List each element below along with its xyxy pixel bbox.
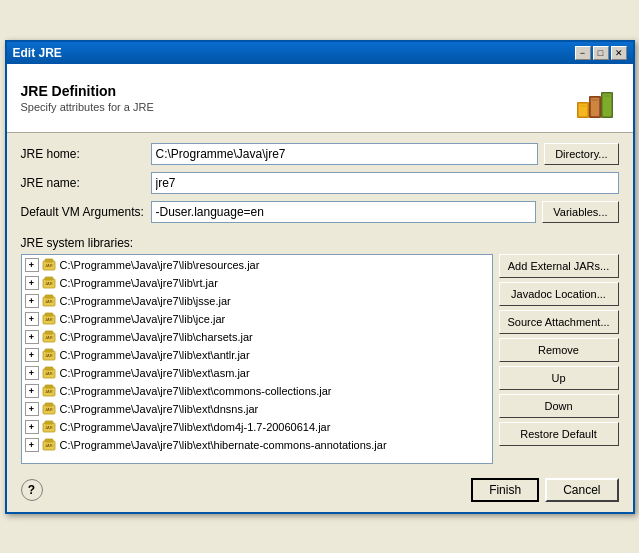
svg-text:JAR: JAR [45,263,53,268]
libraries-section: JRE system libraries: + JAR C:\Programme… [7,236,633,470]
svg-text:JAR: JAR [45,317,53,322]
jar-icon: JAR [41,311,57,327]
library-path: C:\Programme\Java\jre7\lib\ext\commons-c… [60,385,332,397]
expand-icon[interactable]: + [25,420,39,434]
titlebar-buttons: − □ ✕ [575,46,627,60]
list-item[interactable]: + JAR C:\Programme\Java\jre7\lib\ext\com… [22,382,492,400]
svg-text:JAR: JAR [45,443,53,448]
jre-home-input[interactable] [151,143,539,165]
list-item[interactable]: + JAR C:\Programme\Java\jre7\lib\jce.jar [22,310,492,328]
list-item[interactable]: + JAR C:\Programme\Java\jre7\lib\charset… [22,328,492,346]
svg-text:JAR: JAR [45,371,53,376]
list-item[interactable]: + JAR C:\Programme\Java\jre7\lib\ext\ant… [22,346,492,364]
header-subtitle: Specify attributes for a JRE [21,101,154,113]
default-vm-input[interactable] [151,201,537,223]
svg-text:JAR: JAR [45,353,53,358]
svg-rect-5 [591,98,599,116]
jar-icon: JAR [41,383,57,399]
svg-text:JAR: JAR [45,281,53,286]
svg-text:JAR: JAR [45,299,53,304]
jre-home-row: JRE home: Directory... [21,143,619,165]
libraries-label: JRE system libraries: [21,236,619,250]
default-vm-label: Default VM Arguments: [21,205,151,219]
list-item[interactable]: + JAR C:\Programme\Java\jre7\lib\jsse.ja… [22,292,492,310]
add-external-jars-button[interactable]: Add External JARs... [499,254,619,278]
expand-icon[interactable]: + [25,348,39,362]
expand-icon[interactable]: + [25,384,39,398]
window-title: Edit JRE [13,46,62,60]
svg-rect-34 [45,385,53,388]
jar-icon: JAR [41,257,57,273]
expand-icon[interactable]: + [25,312,39,326]
svg-rect-22 [45,313,53,316]
list-item[interactable]: + JAR C:\Programme\Java\jre7\lib\ext\hib… [22,436,492,454]
expand-icon[interactable]: + [25,258,39,272]
expand-icon[interactable]: + [25,438,39,452]
close-button[interactable]: ✕ [611,46,627,60]
svg-rect-13 [45,259,53,262]
expand-icon[interactable]: + [25,294,39,308]
header-section: JRE Definition Specify attributes for a … [7,64,633,133]
library-path: C:\Programme\Java\jre7\lib\jce.jar [60,313,226,325]
library-path: C:\Programme\Java\jre7\lib\jsse.jar [60,295,231,307]
directory-button[interactable]: Directory... [544,143,618,165]
svg-rect-8 [603,94,611,116]
expand-icon[interactable]: + [25,402,39,416]
expand-icon[interactable]: + [25,330,39,344]
cancel-button[interactable]: Cancel [545,478,618,502]
list-item[interactable]: + JAR C:\Programme\Java\jre7\lib\ext\asm… [22,364,492,382]
library-path: C:\Programme\Java\jre7\lib\ext\hibernate… [60,439,387,451]
jre-name-row: JRE name: [21,172,619,194]
svg-text:JAR: JAR [45,335,53,340]
svg-rect-25 [45,331,53,334]
svg-text:JAR: JAR [45,407,53,412]
up-button[interactable]: Up [499,366,619,390]
list-item[interactable]: + JAR C:\Programme\Java\jre7\lib\rt.jar [22,274,492,292]
variables-button[interactable]: Variables... [542,201,618,223]
finish-cancel-buttons: Finish Cancel [471,478,618,502]
jar-icon: JAR [41,437,57,453]
libraries-container: + JAR C:\Programme\Java\jre7\lib\resourc… [21,254,619,464]
list-item[interactable]: + JAR C:\Programme\Java\jre7\lib\ext\dns… [22,400,492,418]
jre-home-label: JRE home: [21,147,151,161]
list-item[interactable]: + JAR C:\Programme\Java\jre7\lib\ext\dom… [22,418,492,436]
header-title: JRE Definition [21,83,154,99]
library-path: C:\Programme\Java\jre7\lib\ext\asm.jar [60,367,250,379]
library-path: C:\Programme\Java\jre7\lib\charsets.jar [60,331,253,343]
svg-text:JAR: JAR [45,425,53,430]
minimize-button[interactable]: − [575,46,591,60]
svg-rect-43 [45,439,53,442]
restore-default-button[interactable]: Restore Default [499,422,619,446]
form-section: JRE home: Directory... JRE name: Default… [7,133,633,236]
javadoc-location-button[interactable]: Javadoc Location... [499,282,619,306]
header-text: JRE Definition Specify attributes for a … [21,83,154,113]
libraries-list: + JAR C:\Programme\Java\jre7\lib\resourc… [22,255,492,455]
list-item[interactable]: + JAR C:\Programme\Java\jre7\lib\resourc… [22,256,492,274]
source-attachment-button[interactable]: Source Attachment... [499,310,619,334]
side-buttons: Add External JARs... Javadoc Location...… [499,254,619,464]
jar-icon: JAR [41,347,57,363]
jar-icon: JAR [41,365,57,381]
expand-icon[interactable]: + [25,276,39,290]
library-path: C:\Programme\Java\jre7\lib\ext\dom4j-1.7… [60,421,331,433]
svg-rect-37 [45,403,53,406]
finish-button[interactable]: Finish [471,478,539,502]
help-button[interactable]: ? [21,479,43,501]
libraries-list-wrapper[interactable]: + JAR C:\Programme\Java\jre7\lib\resourc… [21,254,493,464]
expand-icon[interactable]: + [25,366,39,380]
library-path: C:\Programme\Java\jre7\lib\ext\dnsns.jar [60,403,259,415]
library-path: C:\Programme\Java\jre7\lib\resources.jar [60,259,260,271]
down-button[interactable]: Down [499,394,619,418]
jar-icon: JAR [41,275,57,291]
edit-jre-window: Edit JRE − □ ✕ JRE Definition Specify at… [5,40,635,514]
svg-text:JAR: JAR [45,389,53,394]
jar-icon: JAR [41,293,57,309]
remove-button[interactable]: Remove [499,338,619,362]
jre-name-input[interactable] [151,172,619,194]
library-path: C:\Programme\Java\jre7\lib\rt.jar [60,277,218,289]
svg-rect-40 [45,421,53,424]
default-vm-row: Default VM Arguments: Variables... [21,201,619,223]
svg-rect-28 [45,349,53,352]
maximize-button[interactable]: □ [593,46,609,60]
jre-icon [571,74,619,122]
